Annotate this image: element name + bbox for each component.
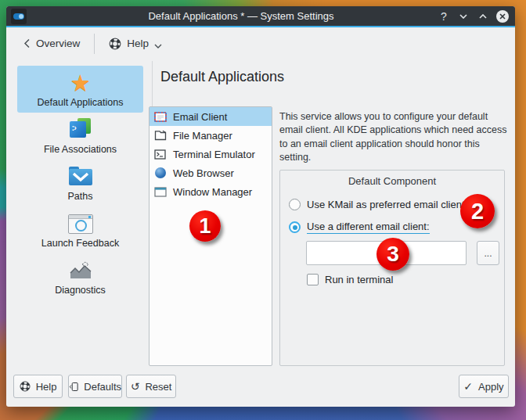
service-description: This service allows you to configure you… xyxy=(279,110,508,164)
system-settings-window: Default Applications * — System Settings… xyxy=(6,6,515,407)
sidebar-item-label: Launch Feedback xyxy=(17,238,143,249)
help-button[interactable]: Help xyxy=(13,375,63,398)
run-in-terminal-label: Run in terminal xyxy=(325,274,393,285)
list-item-web-browser[interactable]: Web Browser xyxy=(150,163,272,182)
diagnostics-chart-icon xyxy=(69,261,92,280)
sidebar-item-file-associations[interactable]: :› File Associations xyxy=(17,113,143,160)
terminal-icon xyxy=(153,148,167,161)
close-icon[interactable] xyxy=(496,10,509,23)
minimize-icon[interactable] xyxy=(457,10,470,23)
list-item-terminal-emulator[interactable]: Terminal Emulator xyxy=(150,145,272,163)
apply-button[interactable]: ✓ Apply xyxy=(459,375,509,398)
defaults-button-label: Defaults xyxy=(84,381,121,393)
page-title: Default Applications xyxy=(160,69,284,85)
chevron-down-icon xyxy=(154,44,162,48)
run-in-terminal-row[interactable]: Run in terminal xyxy=(307,274,393,285)
window-icon xyxy=(153,185,167,199)
defaults-document-icon xyxy=(69,381,78,393)
help-button-label: Help xyxy=(36,381,57,393)
radio-kmail-label: Use KMail as preferred email client xyxy=(307,199,465,210)
list-item-label: Terminal Emulator xyxy=(173,149,255,160)
list-item-label: Window Manager xyxy=(173,186,252,198)
group-title: Default Component xyxy=(280,175,504,187)
sidebar-item-launch-feedback[interactable]: Launch Feedback xyxy=(17,206,143,253)
radio-use-kmail[interactable]: Use KMail as preferred email client xyxy=(289,199,465,210)
toolbar-separator xyxy=(94,34,95,54)
toggle-knob xyxy=(19,14,23,19)
launch-feedback-icon xyxy=(68,214,93,234)
annotation-badge-2: 2 xyxy=(460,194,495,228)
reset-button-label: Reset xyxy=(145,381,171,393)
sidebar-item-label: File Associations xyxy=(17,144,143,155)
maximize-icon[interactable] xyxy=(477,10,489,23)
folder-outline-icon xyxy=(153,129,167,142)
radio-button-icon[interactable] xyxy=(289,221,301,233)
sidebar-item-diagnostics[interactable]: Diagnostics xyxy=(17,253,143,300)
overview-label: Overview xyxy=(36,38,80,49)
reset-button[interactable]: ↺ Reset xyxy=(126,375,176,398)
sidebar-item-default-applications[interactable]: ★ Default Applications xyxy=(17,66,143,113)
window-controls: ? xyxy=(438,6,509,26)
titlebar[interactable]: Default Applications * — System Settings… xyxy=(6,6,515,27)
apply-button-label: Apply xyxy=(478,381,504,393)
help-menu-label: Help xyxy=(127,38,149,49)
chevron-left-icon xyxy=(23,38,31,48)
desktop-wallpaper: Default Applications * — System Settings… xyxy=(0,0,526,420)
globe-icon xyxy=(153,167,167,180)
titlebar-help-icon[interactable]: ? xyxy=(438,10,450,23)
checkbox-icon[interactable] xyxy=(307,274,319,285)
list-item-window-manager[interactable]: Window Manager xyxy=(150,182,272,201)
reset-undo-icon: ↺ xyxy=(131,381,140,392)
sidebar-item-label: Paths xyxy=(17,191,143,202)
radio-custom-label: Use a different email client: xyxy=(307,221,430,234)
help-menu-button[interactable]: Help xyxy=(103,33,168,55)
help-buoy-icon xyxy=(109,38,121,50)
list-item-file-manager[interactable]: File Manager xyxy=(150,126,272,145)
file-associations-icon: :› xyxy=(68,118,93,142)
window-title: Default Applications * — System Settings xyxy=(53,6,429,26)
radio-button-icon[interactable] xyxy=(289,199,301,210)
defaults-button[interactable]: Defaults xyxy=(68,375,122,398)
annotation-badge-3: 3 xyxy=(376,238,409,271)
browse-button[interactable]: ... xyxy=(477,241,499,265)
folder-icon xyxy=(68,167,93,187)
sidebar-item-label: Default Applications xyxy=(17,97,143,108)
checkmark-icon: ✓ xyxy=(463,381,473,392)
toolbar: Overview Help xyxy=(6,27,515,59)
sidebar-item-paths[interactable]: Paths xyxy=(17,160,143,206)
email-icon xyxy=(153,110,167,124)
help-buoy-icon xyxy=(20,381,31,392)
list-item-email-client[interactable]: Email Client xyxy=(150,107,272,126)
overview-button[interactable]: Overview xyxy=(17,33,86,54)
star-icon: ★ xyxy=(70,71,91,95)
system-settings-app-icon xyxy=(11,9,27,24)
annotation-badge-1: 1 xyxy=(189,210,221,242)
radio-use-different-client[interactable]: Use a different email client: xyxy=(289,221,430,234)
sidebar-item-label: Diagnostics xyxy=(17,285,143,296)
list-item-label: Web Browser xyxy=(173,167,234,179)
list-item-label: File Manager xyxy=(173,130,232,142)
list-item-label: Email Client xyxy=(173,111,227,123)
